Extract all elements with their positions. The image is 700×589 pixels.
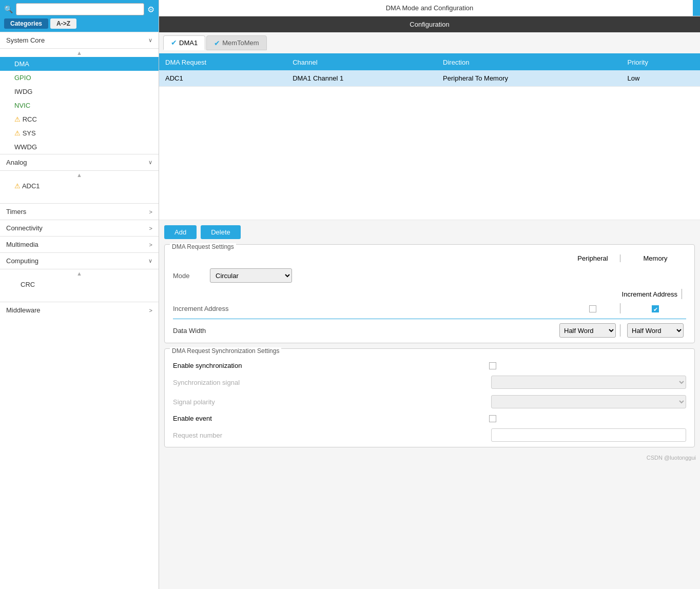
- sync-settings-group: DMA Request Synchronization Settings Ena…: [164, 348, 695, 447]
- request-number-label: Request number: [173, 431, 222, 439]
- enable-sync-label: Enable synchronization: [173, 362, 242, 369]
- peripheral-checkbox-wrap: [570, 304, 616, 312]
- signal-polarity-label: Signal polarity: [173, 398, 215, 406]
- add-button[interactable]: Add: [164, 225, 197, 239]
- tab-bar: Categories A->Z: [0, 18, 159, 32]
- mode-label: Mode: [173, 272, 204, 280]
- gear-icon[interactable]: ⚙: [147, 5, 154, 14]
- section-timers[interactable]: Timers >: [0, 203, 159, 220]
- sidebar-item-gpio[interactable]: GPIO: [0, 71, 159, 85]
- dma-table-area: DMA Request Channel Direction Priority A…: [159, 54, 700, 220]
- table-row[interactable]: ADC1 DMA1 Channel 1 Peripheral To Memory…: [159, 70, 700, 87]
- section-middleware-label: Middleware: [6, 306, 40, 314]
- search-input[interactable]: [16, 3, 144, 15]
- sidebar-item-rcc[interactable]: RCC: [0, 112, 159, 126]
- memory-checkbox[interactable]: ✔: [652, 305, 659, 312]
- tab-dma1[interactable]: ✔ DMA1: [163, 35, 205, 50]
- sidebar: 🔍 ⚙ Categories A->Z System Core ∨ ▲ DMA …: [0, 0, 159, 589]
- config-area: Configuration ✔ DMA1 ✔ MemToMem DMA Requ…: [159, 16, 700, 589]
- delete-button[interactable]: Delete: [201, 225, 241, 239]
- section-analog-arrow: ∨: [148, 159, 152, 166]
- checkbox-divider: [620, 303, 620, 313]
- dma-request-settings-title: DMA Request Settings: [170, 243, 236, 250]
- increment-peripheral-label: Increment Address: [622, 290, 677, 298]
- main-title-bar: DMA Mode and Configuration: [159, 0, 700, 16]
- dw-divider: [620, 324, 620, 337]
- data-width-label: Data Width: [173, 327, 559, 335]
- enable-event-row: Enable event: [165, 411, 694, 425]
- sync-settings-title: DMA Request Synchronization Settings: [170, 347, 281, 355]
- analog-up-arrow: ▲: [0, 170, 159, 179]
- sidebar-item-adc1[interactable]: ADC1: [0, 179, 159, 193]
- sidebar-item-nvic[interactable]: NVIC: [0, 99, 159, 112]
- section-system-core[interactable]: System Core ∨: [0, 32, 159, 48]
- sync-signal-row: Synchronization signal: [165, 372, 694, 392]
- sync-signal-select[interactable]: [491, 376, 686, 389]
- section-analog[interactable]: Analog ∨: [0, 154, 159, 170]
- memory-dw-wrap: Byte Half Word Word: [625, 323, 686, 338]
- memory-dw-select[interactable]: Byte Half Word Word: [627, 323, 684, 338]
- enable-sync-row: Enable synchronization: [165, 359, 694, 372]
- dma1-check-icon: ✔: [171, 38, 177, 47]
- system-core-up-arrow: ▲: [0, 48, 159, 57]
- tab-dma1-label: DMA1: [179, 39, 198, 47]
- request-number-row: Request number: [165, 425, 694, 447]
- enable-sync-checkbox[interactable]: [489, 362, 496, 369]
- mode-select[interactable]: Normal Circular: [210, 268, 292, 283]
- peripheral-dw-select[interactable]: Byte Half Word Word: [559, 323, 616, 338]
- col-header-dma-request: DMA Request: [159, 54, 286, 70]
- watermark: CSDN @luotonggui: [159, 453, 700, 463]
- tab-categories[interactable]: Categories: [4, 18, 48, 29]
- sidebar-top: 🔍 ⚙: [0, 0, 159, 18]
- sidebar-item-dma[interactable]: DMA: [0, 57, 159, 71]
- config-label: Configuration: [410, 21, 449, 28]
- section-multimedia-label: Multimedia: [6, 241, 38, 248]
- config-header: Configuration: [159, 16, 700, 32]
- main-title: DMA Mode and Configuration: [386, 4, 474, 12]
- peripheral-checkbox[interactable]: [589, 305, 596, 312]
- section-computing[interactable]: Computing ∨: [0, 252, 159, 269]
- tab-atoz[interactable]: A->Z: [50, 18, 76, 29]
- inc-addr-label: Increment Address: [622, 290, 677, 298]
- signal-polarity-row: Signal polarity: [165, 392, 694, 411]
- section-computing-arrow: ∨: [148, 258, 152, 264]
- p-m-column-divider: [620, 254, 620, 262]
- section-system-core-label: System Core: [6, 36, 45, 44]
- tab-memtomem-label: MemToMem: [222, 39, 259, 47]
- section-computing-label: Computing: [6, 257, 38, 265]
- cell-direction: Peripheral To Memory: [437, 70, 621, 87]
- peripheral-dw-wrap: Byte Half Word Word: [559, 323, 616, 338]
- tab-memtomem[interactable]: ✔ MemToMem: [206, 35, 267, 50]
- search-icon: 🔍: [4, 5, 13, 13]
- memtomem-check-icon: ✔: [214, 39, 220, 47]
- section-connectivity-arrow: >: [149, 225, 152, 231]
- section-analog-label: Analog: [6, 159, 27, 166]
- section-timers-arrow: >: [149, 209, 152, 215]
- section-timers-label: Timers: [6, 208, 26, 215]
- section-multimedia[interactable]: Multimedia >: [0, 236, 159, 252]
- col-header-channel: Channel: [286, 54, 437, 70]
- section-connectivity[interactable]: Connectivity >: [0, 220, 159, 236]
- memory-column-header: Memory: [625, 254, 686, 262]
- section-connectivity-label: Connectivity: [6, 224, 43, 232]
- sidebar-item-sys[interactable]: SYS: [0, 126, 159, 140]
- sidebar-item-crc[interactable]: CRC: [0, 278, 159, 291]
- computing-up-arrow: ▲: [0, 269, 159, 278]
- sidebar-item-wwdg[interactable]: WWDG: [0, 140, 159, 154]
- mode-row: Mode Normal Circular: [165, 264, 694, 287]
- sidebar-item-iwdg[interactable]: IWDG: [0, 85, 159, 99]
- cell-channel: DMA1 Channel 1: [286, 70, 437, 87]
- col-header-priority: Priority: [621, 54, 700, 70]
- sync-signal-label: Synchronization signal: [173, 379, 240, 386]
- section-middleware-arrow: >: [149, 307, 152, 313]
- memory-checkbox-wrap: ✔: [625, 304, 686, 312]
- scrollbar-indicator[interactable]: [693, 0, 700, 16]
- signal-polarity-select[interactable]: [491, 395, 686, 408]
- data-width-row: Data Width Byte Half Word Word Byte Half…: [165, 319, 694, 343]
- inc-divider: [682, 289, 682, 299]
- dma-table: DMA Request Channel Direction Priority A…: [159, 54, 700, 220]
- request-number-input[interactable]: [491, 428, 686, 442]
- enable-event-checkbox[interactable]: [489, 415, 496, 422]
- section-middleware[interactable]: Middleware >: [0, 302, 159, 318]
- enable-event-label: Enable event: [173, 415, 212, 422]
